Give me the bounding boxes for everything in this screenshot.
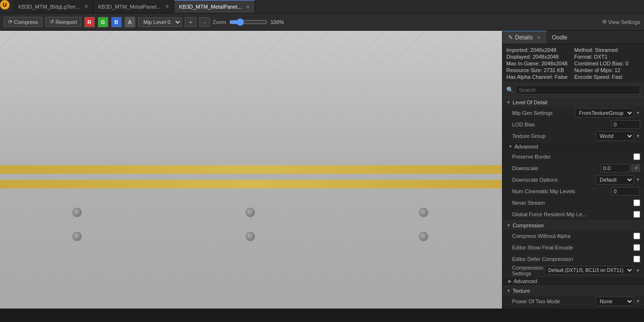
screw-1 bbox=[72, 208, 82, 217]
channel-a-button[interactable]: A bbox=[125, 17, 135, 27]
prop-num-cinematic-mip-levels: Num Cinematic Mip Levels bbox=[502, 186, 644, 197]
zoom-slider[interactable] bbox=[229, 18, 268, 26]
texture-arrow-icon bbox=[506, 288, 511, 293]
details-icon: ✎ bbox=[508, 34, 513, 41]
toolbar: ⟳ Compress ↺ Reimport R G B A Mip Level … bbox=[0, 13, 644, 31]
editor-show-final-encode-checkbox[interactable] bbox=[633, 244, 640, 251]
info-max-in-game: Max In-Game: 2048x2048 bbox=[506, 61, 572, 66]
section-advanced-compression[interactable]: Advanced bbox=[502, 276, 644, 285]
screw-3 bbox=[419, 208, 428, 217]
prop-compression-settings: Compression Settings Default (DXT1/5, BC… bbox=[502, 265, 644, 276]
texture-group-dropdown-icon: ▼ bbox=[636, 134, 640, 138]
zoom-label: Zoom bbox=[213, 19, 226, 25]
prop-mip-gen-settings: Mip Gen Settings FromTextureGroup ▼ bbox=[502, 107, 644, 119]
info-method: Method: Streamed bbox=[574, 47, 640, 53]
mip-level-select[interactable]: Mip Level 0 bbox=[138, 17, 182, 27]
info-imported: Imported: 2048x2048 bbox=[506, 47, 572, 53]
power-of-two-dropdown-icon: ▼ bbox=[636, 299, 640, 304]
info-grid: Imported: 2048x2048 Method: Streamed Dis… bbox=[502, 44, 644, 83]
tab-bar: U KB3D_MTM_BldgLgTerr... ✕ KB3D_MTM_Meta… bbox=[0, 0, 644, 13]
channel-g-button[interactable]: G bbox=[98, 17, 108, 27]
search-bar: 🔍 bbox=[502, 83, 644, 97]
info-num-mips: Number of Mips: 12 bbox=[574, 67, 640, 73]
zoom-value: 100% bbox=[270, 19, 287, 25]
prop-downscale-options: Downscale Options Default ▼ bbox=[502, 174, 644, 186]
texture-group-select[interactable]: World bbox=[595, 131, 634, 141]
panel-header: ✎ Details ✕ Oodle bbox=[502, 31, 644, 44]
texture-preview bbox=[0, 31, 502, 309]
compression-arrow-icon bbox=[506, 223, 511, 228]
compression-settings-select[interactable]: Default (DXT1/5, BC1/3 on DXT11) bbox=[544, 266, 634, 275]
downscale-options-dropdown-icon: ▼ bbox=[636, 177, 640, 182]
details-tab[interactable]: ✎ Details ✕ bbox=[502, 31, 546, 44]
never-stream-checkbox[interactable] bbox=[633, 199, 640, 206]
downscale-options-select[interactable]: Default bbox=[595, 175, 634, 185]
tab-2[interactable]: KB3D_MTM_MetalPanel... ✕ bbox=[93, 0, 174, 13]
advanced-compression-arrow-icon bbox=[508, 279, 512, 284]
viewport[interactable] bbox=[0, 31, 502, 309]
mip-minus-button[interactable]: - bbox=[199, 17, 210, 27]
view-settings-button[interactable]: ⚙ View Settings bbox=[602, 19, 640, 25]
gear-icon: ⚙ bbox=[602, 19, 607, 25]
prop-never-stream: Never Stream bbox=[502, 197, 644, 209]
downscale-reset-button[interactable]: ↺ bbox=[631, 164, 640, 172]
reimport-icon: ↺ bbox=[50, 19, 54, 25]
section-texture[interactable]: Texture bbox=[502, 285, 644, 296]
prop-editor-show-final-encode: Editor Show Final Encode bbox=[502, 242, 644, 253]
info-displayed: Displayed: 2048x2048 bbox=[506, 54, 572, 60]
compress-button[interactable]: ⟳ Compress bbox=[4, 17, 42, 27]
prop-global-force-resident: Global Force Resident Mip Le... bbox=[502, 209, 644, 220]
section-compression[interactable]: Compression bbox=[502, 220, 644, 230]
compress-without-alpha-checkbox[interactable] bbox=[633, 233, 640, 239]
prop-padding-color: Padding Color bbox=[502, 307, 644, 309]
mip-plus-button[interactable]: + bbox=[185, 17, 196, 27]
prop-lod-bias: LOD Bias bbox=[502, 119, 644, 130]
tab-3-label: KB3D_MTM_MetalPanel... bbox=[179, 4, 242, 10]
info-has-alpha: Has Alpha Channel: False bbox=[506, 74, 572, 80]
prop-editor-defer-compression: Editor Defer Compression bbox=[502, 253, 644, 265]
tab-3-close[interactable]: ✕ bbox=[246, 4, 250, 10]
right-panel: ✎ Details ✕ Oodle Imported: 2048x2048 Me… bbox=[502, 31, 644, 309]
screw-4 bbox=[72, 232, 82, 241]
screw-6 bbox=[419, 232, 428, 241]
panel-stripe-bottom bbox=[0, 180, 502, 188]
power-of-two-mode-select[interactable]: None bbox=[595, 297, 634, 306]
advanced-lod-arrow-icon bbox=[508, 144, 513, 149]
search-input[interactable] bbox=[515, 85, 640, 95]
compress-icon: ⟳ bbox=[8, 19, 13, 25]
tab-3[interactable]: KB3D_MTM_MetalPanel... ✕ bbox=[174, 0, 255, 13]
preserve-border-checkbox[interactable] bbox=[633, 153, 640, 160]
tab-1-label: KB3D_MTM_BldgLgTerr... bbox=[18, 4, 80, 10]
channel-r-button[interactable]: R bbox=[84, 17, 95, 27]
channel-b-button[interactable]: B bbox=[111, 17, 122, 27]
prop-power-of-two-mode: Power Of Two Mode None ▼ bbox=[502, 296, 644, 307]
prop-preserve-border: Preserve Border bbox=[502, 151, 644, 162]
info-encode-speed: Encode Speed: Fast bbox=[574, 74, 640, 80]
reimport-button[interactable]: ↺ Reimport bbox=[45, 17, 81, 27]
lod-arrow-icon bbox=[506, 100, 511, 105]
app-logo: U bbox=[0, 0, 10, 10]
editor-defer-compression-checkbox[interactable] bbox=[633, 256, 640, 262]
prop-downscale: Downscale ↺ bbox=[502, 162, 644, 174]
section-advanced-lod[interactable]: Advanced bbox=[502, 142, 644, 151]
mip-gen-settings-select[interactable]: FromTextureGroup bbox=[575, 108, 634, 118]
lod-bias-input[interactable] bbox=[611, 120, 640, 129]
screw-2 bbox=[245, 208, 255, 217]
info-combined-lod: Combined LOD Bias: 0 bbox=[574, 61, 640, 66]
global-force-resident-checkbox[interactable] bbox=[633, 211, 640, 218]
compression-settings-dropdown-icon: ▼ bbox=[636, 268, 640, 273]
main-layout: ✎ Details ✕ Oodle Imported: 2048x2048 Me… bbox=[0, 31, 644, 309]
section-level-of-detail[interactable]: Level Of Detail bbox=[502, 97, 644, 107]
panel-stripe-top bbox=[0, 165, 502, 174]
prop-texture-group: Texture Group World ▼ bbox=[502, 130, 644, 142]
details-tab-close[interactable]: ✕ bbox=[537, 35, 541, 40]
oodle-tab[interactable]: Oodle bbox=[546, 31, 573, 44]
mip-gen-dropdown-icon: ▼ bbox=[636, 111, 640, 115]
tab-1-close[interactable]: ✕ bbox=[84, 4, 88, 9]
search-icon: 🔍 bbox=[506, 87, 514, 93]
info-resource-size: Resource Size: 2731 KB bbox=[506, 67, 572, 73]
tab-2-close[interactable]: ✕ bbox=[165, 4, 169, 9]
num-cinematic-mip-input[interactable] bbox=[611, 187, 640, 196]
downscale-input[interactable] bbox=[601, 164, 630, 173]
tab-1[interactable]: KB3D_MTM_BldgLgTerr... ✕ bbox=[13, 0, 93, 13]
